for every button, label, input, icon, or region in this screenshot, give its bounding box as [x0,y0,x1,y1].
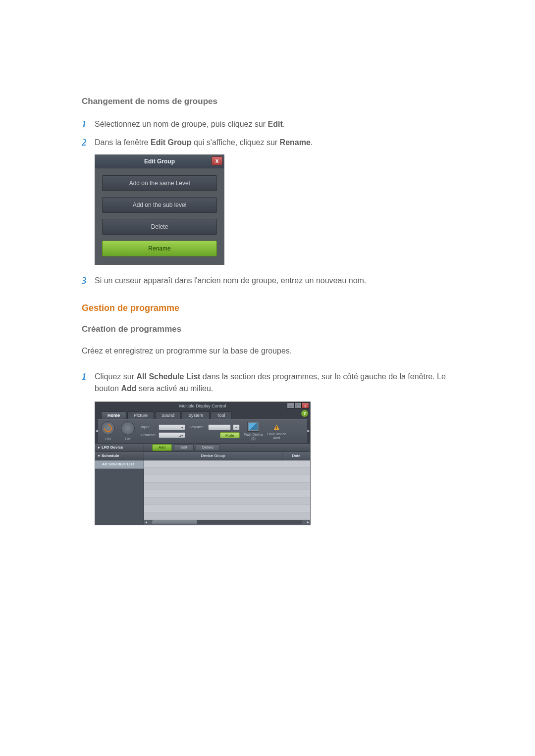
sidebar-item-label: Schedule [102,454,119,458]
step-number: 1 [82,117,95,132]
power-off-label: Off [125,437,131,441]
fault-device-alert[interactable]: Fault Device Alert [267,422,286,440]
scroll-right-icon[interactable]: ► [306,520,310,524]
mdc-titlebar: Multiple Display Control – □ x [95,402,310,410]
edit-button[interactable]: Edit [174,444,194,451]
add-same-level-button[interactable]: Add on the same Level [102,175,217,191]
step-1: 1 Sélectionnez un nom de groupe, puis cl… [82,117,456,132]
table-row [144,460,310,468]
text: Sélectionnez un nom de groupe, puis cliq… [95,120,268,128]
minimize-icon[interactable]: – [287,403,294,408]
tab-picture[interactable]: Picture [127,411,154,419]
column-header-row: Device Group Date [144,452,310,460]
add-sub-level-button[interactable]: Add on the sub level [102,197,217,213]
mute-button[interactable]: Mute [220,432,240,438]
volume-plus-button[interactable]: + [233,424,240,430]
chevron-right-icon: ▸ [98,446,100,449]
close-icon[interactable]: x [212,156,222,165]
horizontal-scrollbar[interactable]: ◄ ► [144,520,310,525]
step-number: 3 [82,274,95,288]
table-row [144,475,310,483]
fault-label-b: (0) [251,437,256,441]
paragraph-intro: Créez et enregistrez un programme sur la… [82,345,456,357]
step-text: Si un curseur apparaît dans l'ancien nom… [95,274,456,287]
dialog-title-text: Edit Group [144,158,175,165]
dialog-body: Add on the same Level Add on the sub lev… [95,168,224,264]
mdc-toolbar: ◄ On Off Input ▾ Channel ▴▾ [95,419,310,444]
scrollbar-track[interactable] [152,520,302,524]
sidebar-item-label: LFD Device [102,445,123,450]
power-on-icon[interactable] [101,421,115,435]
table-row [144,498,310,505]
channel-label: Channel [141,433,157,437]
subheading-create-programs: Création de programmes [82,324,456,334]
column-header-device-group: Device Group [144,452,282,460]
table-row [144,512,310,520]
step-number: 2 [82,136,95,150]
delete-button[interactable]: Delete [196,444,220,451]
mdc-sidebar: ▸LFD Device ▾Schedule All Schedule List [95,444,144,525]
power-off-icon[interactable] [121,421,135,435]
power-off-group: Off [121,421,135,441]
step-2: 2 Dans la fenêtre Edit Group qui s'affic… [82,136,456,150]
subheading-rename-groups: Changement de noms de groupes [82,97,456,106]
volume-field[interactable] [208,424,231,430]
fault-label-a: Fault Device [244,433,263,437]
fault-alert-label-b: Alert [273,436,280,440]
table-row [144,505,310,512]
scrollbar-thumb[interactable] [152,520,197,524]
tab-home[interactable]: Home [101,411,126,419]
monitor-icon [247,422,259,432]
edit-group-dialog: Edit Group x Add on the same Level Add o… [95,154,224,265]
section-heading-program-management: Gestion de programme [82,303,456,313]
warning-icon [271,422,282,431]
fault-device-count[interactable]: Fault Device (0) [244,422,263,440]
step-text: Dans la fenêtre Edit Group qui s'affiche… [95,136,456,149]
mdc-window: Multiple Display Control – □ x Home Pict… [95,402,311,525]
toolbar-scroll-left-icon[interactable]: ◄ [95,419,98,443]
delete-button[interactable]: Delete [102,219,217,235]
fault-alert-label-a: Fault Device [267,432,286,436]
table-row [144,483,310,490]
add-button[interactable]: Add [152,444,172,451]
action-row: Add Edit Delete [144,444,310,452]
scroll-left-icon[interactable]: ◄ [144,520,148,524]
channel-stepper[interactable]: ▴▾ [159,432,185,438]
toolbar-scroll-right-icon[interactable]: ► [307,419,310,443]
sidebar-item-lfd-device[interactable]: ▸LFD Device [95,444,144,452]
schedule-grid: ◄ ► [144,460,310,525]
input-select[interactable]: ▾ [159,424,185,430]
table-row [144,468,310,475]
step-number: 1 [82,370,95,384]
program-step-1: 1 Cliquez sur All Schedule List dans la … [82,370,456,395]
maximize-icon[interactable]: □ [294,403,302,408]
sidebar-item-all-schedule-list[interactable]: All Schedule List [95,460,144,469]
bold: Edit Group [151,138,192,147]
bold: All Schedule List [136,372,200,381]
tab-sound[interactable]: Sound [155,411,181,419]
mdc-content: Add Edit Delete Device Group Date [144,444,310,525]
volume-label: Volume [190,425,206,429]
dialog-titlebar: Edit Group x [95,155,224,168]
text: Cliquez sur [95,372,136,381]
text: . [283,120,285,128]
text: Dans la fenêtre [95,138,151,147]
table-row [144,490,310,498]
tab-tool[interactable]: Tool [211,411,232,419]
step-text: Sélectionnez un nom de groupe, puis cliq… [95,117,456,130]
column-header-date: Date [282,452,310,460]
sidebar-item-schedule[interactable]: ▾Schedule [95,452,144,460]
window-title: Multiple Display Control [179,403,226,408]
power-on-group: On [101,421,115,441]
bold: Rename [280,138,311,147]
bold: Add [121,384,136,393]
help-icon[interactable]: ? [301,410,308,417]
bold: Edit [268,120,283,128]
close-icon[interactable]: x [302,403,309,408]
text: sera activé au milieu. [137,384,214,393]
mdc-tabs: Home Picture Sound System Tool ? [95,410,310,419]
input-label: Input [141,425,157,429]
text: qui s'affiche, cliquez sur [192,138,280,147]
rename-button[interactable]: Rename [102,241,217,256]
tab-system[interactable]: System [182,411,210,419]
